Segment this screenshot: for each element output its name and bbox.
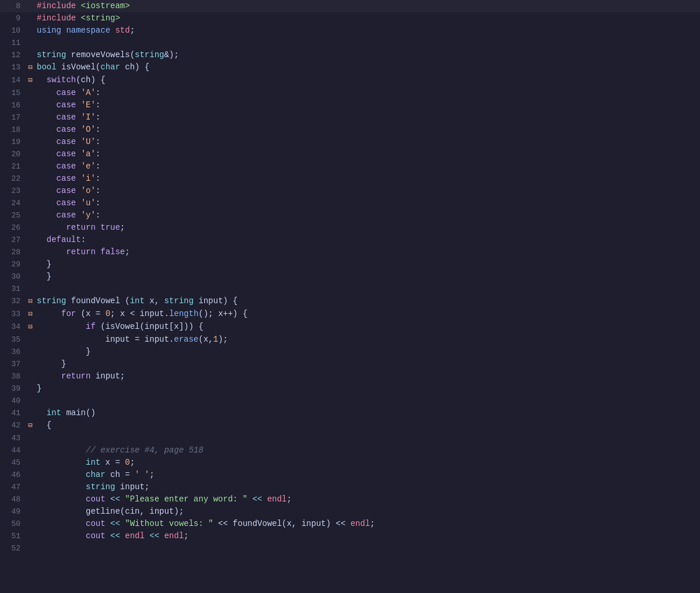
code-content: return input; [34, 370, 700, 383]
line-number: 17 [0, 111, 26, 124]
code-line: 33⊟ for (x = 0; x < input.length(); x++)… [0, 308, 700, 321]
code-line: 28 return false; [0, 246, 700, 258]
code-content: return false; [34, 246, 700, 258]
code-content: return true; [34, 222, 700, 234]
line-number: 19 [0, 136, 26, 148]
code-line: 10using namespace std; [0, 24, 700, 37]
code-content: cout << "Please enter any word: " << end… [34, 493, 700, 506]
code-line: 52 [0, 542, 700, 555]
line-number: 52 [0, 542, 26, 555]
line-number: 24 [0, 197, 26, 209]
code-line: 17 case 'I': [0, 111, 700, 124]
code-line: 50 cout << "Without vowels: " << foundVo… [0, 518, 700, 530]
code-content: cout << "Without vowels: " << foundVowel… [34, 518, 700, 530]
fold-gutter[interactable]: ⊟ [26, 75, 34, 87]
line-number: 44 [0, 444, 26, 457]
code-content: input = input.erase(x,1); [34, 334, 700, 346]
line-number: 37 [0, 358, 26, 370]
code-line: 32⊟string foundVowel (int x, string inpu… [0, 295, 700, 308]
code-content: case 'I': [34, 111, 700, 124]
code-content: case 'U': [34, 136, 700, 148]
code-content: int main() [34, 407, 700, 419]
code-content: case 'y': [34, 209, 700, 222]
line-number: 31 [0, 283, 26, 295]
code-line: 16 case 'E': [0, 99, 700, 111]
code-content: case 'A': [34, 87, 700, 99]
code-content: } [34, 271, 700, 283]
code-line: 37 } [0, 358, 700, 370]
line-number: 27 [0, 234, 26, 246]
fold-gutter[interactable]: ⊟ [26, 420, 34, 432]
code-content: } [34, 346, 700, 358]
code-line: 21 case 'e': [0, 160, 700, 173]
code-line: 45 int x = 0; [0, 457, 700, 469]
line-number: 26 [0, 222, 26, 234]
line-number: 15 [0, 87, 26, 99]
line-number: 30 [0, 271, 26, 283]
line-number: 16 [0, 99, 26, 111]
line-number: 45 [0, 457, 26, 469]
line-number: 35 [0, 334, 26, 346]
code-line: 8#include <iostream> [0, 0, 700, 12]
code-content: } [34, 358, 700, 370]
line-number: 38 [0, 370, 26, 383]
line-number: 49 [0, 506, 26, 518]
code-line: 9#include <string> [0, 12, 700, 24]
code-line: 15 case 'A': [0, 87, 700, 99]
code-line: 26 return true; [0, 222, 700, 234]
code-content: default: [34, 234, 700, 246]
code-line: 44 // exercise #4, page 518 [0, 444, 700, 457]
code-content: case 'E': [34, 99, 700, 111]
code-line: 18 case 'O': [0, 124, 700, 136]
fold-gutter[interactable]: ⊟ [26, 308, 34, 321]
code-line: 48 cout << "Please enter any word: " << … [0, 493, 700, 506]
code-content: case 'O': [34, 124, 700, 136]
code-line: 13⊟bool isVowel(char ch) { [0, 61, 700, 74]
line-number: 11 [0, 37, 26, 49]
line-number: 20 [0, 148, 26, 160]
code-content: case 'i': [34, 173, 700, 185]
fold-gutter[interactable]: ⊟ [26, 62, 34, 74]
code-line: 31 [0, 283, 700, 295]
code-content: if (isVowel(input[x])) { [34, 321, 700, 333]
line-number: 12 [0, 49, 26, 61]
line-number: 14 [0, 74, 26, 86]
code-line: 12string removeVowels(string&); [0, 49, 700, 61]
code-content: case 'e': [34, 160, 700, 173]
code-content: string foundVowel (int x, string input) … [34, 295, 700, 307]
line-number: 22 [0, 173, 26, 185]
line-number: 18 [0, 124, 26, 136]
code-content: { [34, 419, 700, 431]
line-number: 23 [0, 185, 26, 197]
line-number: 50 [0, 518, 26, 530]
code-line: 43 [0, 432, 700, 444]
code-content: } [34, 383, 700, 395]
code-line: 25 case 'y': [0, 209, 700, 222]
code-line: 30 } [0, 271, 700, 283]
fold-gutter[interactable]: ⊟ [26, 296, 34, 308]
line-number: 42 [0, 419, 26, 431]
code-line: 14⊟ switch(ch) { [0, 74, 700, 87]
code-content: case 'a': [34, 148, 700, 160]
code-content: string input; [34, 481, 700, 493]
code-content: string removeVowels(string&); [34, 49, 700, 61]
fold-gutter[interactable]: ⊟ [26, 321, 34, 334]
line-number: 48 [0, 493, 26, 506]
line-number: 9 [0, 12, 26, 24]
line-number: 34 [0, 321, 26, 333]
line-number: 32 [0, 295, 26, 307]
line-number: 51 [0, 530, 26, 542]
code-content: int x = 0; [34, 457, 700, 469]
line-number: 46 [0, 469, 26, 481]
line-number: 10 [0, 24, 26, 37]
code-line: 49 getline(cin, input); [0, 506, 700, 518]
line-number: 13 [0, 61, 26, 73]
line-number: 33 [0, 308, 26, 320]
code-line: 22 case 'i': [0, 173, 700, 185]
code-line: 38 return input; [0, 370, 700, 383]
code-line: 42⊟ { [0, 419, 700, 432]
code-line: 24 case 'u': [0, 197, 700, 209]
code-line: 34⊟ if (isVowel(input[x])) { [0, 321, 700, 334]
code-line: 11 [0, 37, 700, 49]
line-number: 29 [0, 258, 26, 271]
